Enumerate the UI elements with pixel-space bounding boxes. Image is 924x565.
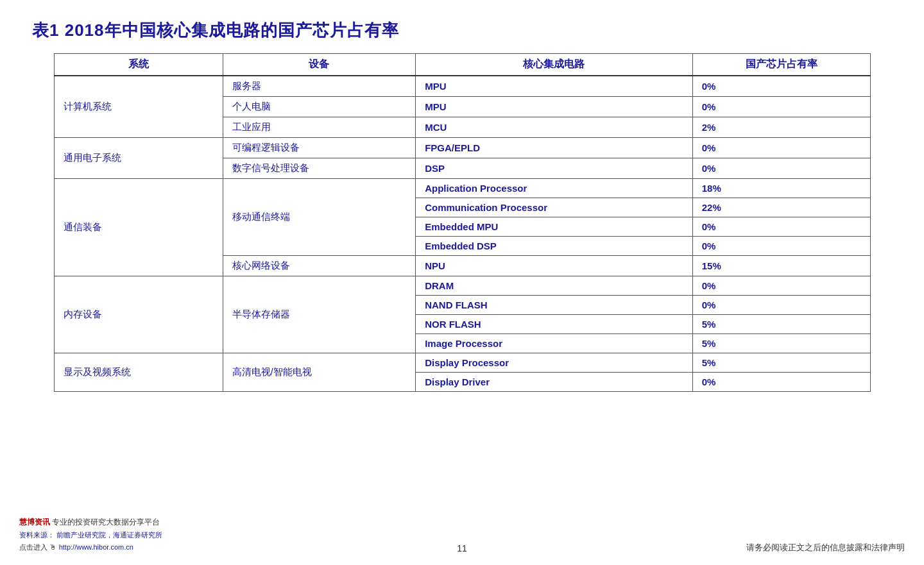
rate-14: 5% <box>692 353 870 373</box>
equip-industrial: 工业应用 <box>223 117 416 138</box>
rate-8: 0% <box>692 237 870 256</box>
sys-general-electronics: 通用电子系统 <box>54 138 223 179</box>
table-row: 内存设备 半导体存储器 DRAM 0% <box>54 276 870 296</box>
rate-2: 2% <box>692 117 870 138</box>
rate-5: 18% <box>692 179 870 198</box>
sys-computer: 计算机系统 <box>54 76 223 138</box>
ic-image-proc: Image Processor <box>416 334 693 353</box>
ic-nor: NOR FLASH <box>416 315 693 334</box>
rate-13: 5% <box>692 334 870 353</box>
cursor-icon: 🖱 <box>49 543 56 551</box>
rate-6: 22% <box>692 198 870 217</box>
table-row: 计算机系统 服务器 MPU 0% <box>54 76 870 97</box>
ic-display-proc: Display Processor <box>416 353 693 373</box>
col-header-rate: 国产芯片占有率 <box>692 54 870 76</box>
ic-dram: DRAM <box>416 276 693 296</box>
ic-mpu2: MPU <box>416 97 693 117</box>
rate-9: 15% <box>692 256 870 276</box>
col-header-equip: 设备 <box>223 54 416 76</box>
equip-server: 服务器 <box>223 76 416 97</box>
ic-nand: NAND FLASH <box>416 296 693 315</box>
click-text: 点击进入 <box>19 543 47 551</box>
page-title: 表1 2018年中国核心集成电路的国产芯片占有率 <box>32 19 892 42</box>
ic-mpu1: MPU <box>416 76 693 97</box>
ic-mcu: MCU <box>416 117 693 138</box>
ic-emb-dsp: Embedded DSP <box>416 237 693 256</box>
brand-name: 慧博资讯 <box>19 518 50 527</box>
rate-3: 0% <box>692 138 870 158</box>
equip-semiconductor: 半导体存储器 <box>223 276 416 353</box>
source-label: 资料来源： <box>19 531 55 539</box>
equip-dsp: 数字信号处理设备 <box>223 158 416 179</box>
equip-mobile: 移动通信终端 <box>223 179 416 256</box>
equip-pc: 个人电脑 <box>223 97 416 117</box>
source-text: 前瞻产业研究院，海通证券研究所 <box>56 531 162 539</box>
ic-fpga: FPGA/EPLD <box>416 138 693 158</box>
equip-core-network: 核心网络设备 <box>223 256 416 276</box>
table-row: 显示及视频系统 高清电视/智能电视 Display Processor 5% <box>54 353 870 373</box>
rate-4: 0% <box>692 158 870 179</box>
rate-0: 0% <box>692 76 870 97</box>
brand-tagline: 专业的投资研究大数据分享平台 <box>52 518 160 527</box>
col-header-ic: 核心集成电路 <box>416 54 693 76</box>
sys-display: 显示及视频系统 <box>54 353 223 392</box>
rate-11: 0% <box>692 296 870 315</box>
footer-disclaimer: 请务必阅读正文之后的信息披露和法律声明 <box>610 542 905 553</box>
table-row: 通用电子系统 可编程逻辑设备 FPGA/EPLD 0% <box>54 138 870 158</box>
footer: 慧博资讯 专业的投资研究大数据分享平台 资料来源： 前瞻产业研究院，海通证券研究… <box>0 516 924 553</box>
ic-app-proc: Application Processor <box>416 179 693 198</box>
data-table: 系统 设备 核心集成电路 国产芯片占有率 计算机系统 服务器 MPU 0% 个人… <box>54 53 871 392</box>
footer-left: 慧博资讯 专业的投资研究大数据分享平台 资料来源： 前瞻产业研究院，海通证券研究… <box>19 516 314 553</box>
equip-fpga: 可编程逻辑设备 <box>223 138 416 158</box>
sys-comms: 通信装备 <box>54 179 223 276</box>
ic-dsp: DSP <box>416 158 693 179</box>
rate-1: 0% <box>692 97 870 117</box>
rate-10: 0% <box>692 276 870 296</box>
col-header-sys: 系统 <box>54 54 223 76</box>
rate-15: 0% <box>692 373 870 392</box>
table-row: 通信装备 移动通信终端 Application Processor 18% <box>54 179 870 198</box>
rate-12: 5% <box>692 315 870 334</box>
footer-url: http://www.hibor.com.cn <box>59 543 133 551</box>
equip-tv: 高清电视/智能电视 <box>223 353 416 392</box>
footer-page-number: 11 <box>314 543 610 553</box>
ic-comm-proc: Communication Processor <box>416 198 693 217</box>
ic-emb-mpu: Embedded MPU <box>416 217 693 237</box>
ic-display-driver: Display Driver <box>416 373 693 392</box>
rate-7: 0% <box>692 217 870 237</box>
sys-memory: 内存设备 <box>54 276 223 353</box>
ic-npu: NPU <box>416 256 693 276</box>
